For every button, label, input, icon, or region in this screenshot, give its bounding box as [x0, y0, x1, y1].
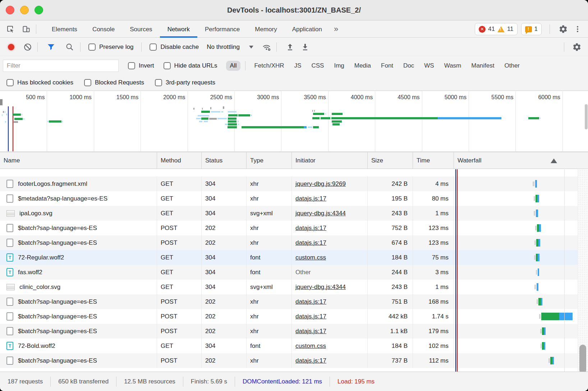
initiator-link[interactable]: datajs.js:17: [295, 313, 326, 320]
overview-bar: [204, 121, 208, 122]
disable-cache-checkbox[interactable]: [150, 43, 157, 51]
waterfall-bar: [541, 313, 559, 320]
column-header-status[interactable]: Status: [202, 152, 247, 169]
request-method: GET: [157, 265, 202, 280]
filter-type-font[interactable]: Font: [377, 61, 397, 71]
initiator-link[interactable]: custom.css: [295, 254, 326, 261]
overview-scrollbar-thumb[interactable]: [585, 104, 588, 129]
tab-application[interactable]: Application: [285, 21, 330, 38]
device-toolbar-icon[interactable]: [21, 24, 32, 34]
request-type: xhr: [247, 294, 292, 309]
console-errors-warnings-badge[interactable]: ✕ 41 11: [475, 23, 518, 35]
filter-type-wasm[interactable]: Wasm: [440, 61, 465, 71]
column-header-type[interactable]: Type: [247, 152, 292, 169]
table-row[interactable]: footerLogos.fragment.xmlGET304xhrjquery-…: [0, 176, 588, 191]
tab-network[interactable]: Network: [160, 21, 197, 38]
network-settings-gear-icon[interactable]: [571, 42, 582, 52]
table-row[interactable]: ipaLogo.svgGET304svg+xmljquery-dbg.js:43…: [0, 206, 588, 221]
table-row[interactable]: Tfas.woff2GET304fontOther244 B3 ms: [0, 265, 588, 280]
third-party-requests-checkbox[interactable]: [155, 79, 162, 86]
settings-gear-icon[interactable]: [558, 24, 569, 34]
initiator-link[interactable]: custom.css: [295, 342, 326, 349]
request-type: xhr: [247, 309, 292, 324]
column-header-waterfall[interactable]: Waterfall: [454, 152, 588, 169]
network-overview-timeline[interactable]: 500 ms1000 ms1500 ms2000 ms2500 ms3000 m…: [0, 91, 588, 152]
invert-checkbox[interactable]: [128, 62, 135, 69]
initiator-link[interactable]: datajs.js:17: [295, 298, 326, 305]
filter-type-media[interactable]: Media: [350, 61, 375, 71]
overview-bar: [238, 121, 239, 122]
table-row[interactable]: $batch?sap-language=es-ESPOST202xhrdataj…: [0, 294, 588, 309]
search-icon[interactable]: [64, 42, 75, 52]
column-header-name[interactable]: Name: [0, 152, 157, 169]
record-button[interactable]: [8, 44, 14, 50]
request-method: POST: [157, 235, 202, 250]
overview-handle[interactable]: [0, 99, 3, 105]
filter-type-js[interactable]: JS: [290, 61, 306, 71]
initiator-link[interactable]: jquery-dbg.js:4344: [295, 284, 346, 290]
initiator-link[interactable]: datajs.js:17: [295, 357, 326, 364]
overview-bar: [238, 114, 250, 116]
filter-input[interactable]: [3, 60, 119, 72]
table-row[interactable]: $batch?sap-language=es-ESPOST202xhrdataj…: [0, 353, 588, 368]
initiator-link[interactable]: datajs.js:17: [295, 195, 326, 202]
request-status: 304: [202, 265, 247, 280]
tab-console[interactable]: Console: [85, 21, 122, 38]
hide-data-urls-checkbox[interactable]: [164, 62, 171, 69]
filter-funnel-icon[interactable]: [46, 42, 56, 52]
tab-sources[interactable]: Sources: [122, 21, 160, 38]
column-header-method[interactable]: Method: [157, 152, 202, 169]
filter-type-all[interactable]: All: [226, 61, 241, 71]
table-row[interactable]: T72-Regular.woff2GET304fontcustom.css184…: [0, 250, 588, 265]
import-har-icon[interactable]: [285, 42, 295, 52]
tab-elements[interactable]: Elements: [44, 21, 85, 38]
table-row[interactable]: clinic_color.svgGET304svg+xmljquery-dbg.…: [0, 280, 588, 294]
request-type: xhr: [247, 235, 292, 250]
hide-data-urls-label: Hide data URLs: [174, 62, 217, 69]
initiator-link[interactable]: jquery-dbg.js:9269: [295, 180, 346, 187]
filter-type-other[interactable]: Other: [501, 61, 524, 71]
initiator-link[interactable]: datajs.js:17: [295, 225, 326, 231]
request-table-body: footerLogos.fragment.xmlGET304xhrjquery-…: [0, 169, 588, 372]
table-row[interactable]: $batch?sap-language=es-ESPOST202xhrdataj…: [0, 309, 588, 324]
filter-type-doc[interactable]: Doc: [399, 61, 418, 71]
kebab-menu-icon[interactable]: [572, 24, 583, 34]
preserve-log-checkbox[interactable]: [88, 43, 96, 51]
overview-tick-label: 4000 ms: [343, 94, 373, 101]
table-scrollbar-thumb[interactable]: [579, 345, 586, 372]
filter-type-manifest[interactable]: Manifest: [467, 61, 498, 71]
divider: [80, 42, 81, 52]
waterfall-cell: [454, 324, 588, 339]
divider: [564, 42, 564, 52]
requests-count: 187 requests: [0, 378, 50, 385]
filter-type-img[interactable]: Img: [330, 61, 348, 71]
issues-badge[interactable]: ! 1: [521, 23, 542, 35]
column-header-initiator[interactable]: Initiator: [292, 152, 368, 169]
blocked-requests-checkbox[interactable]: [84, 79, 91, 86]
table-row[interactable]: $metadata?sap-language=es-ESGET304xhrdat…: [0, 191, 588, 206]
initiator-link[interactable]: jquery-dbg.js:4344: [295, 210, 346, 217]
table-row[interactable]: $batch?sap-language=es-ESPOST202xhrdataj…: [0, 235, 588, 250]
table-row[interactable]: T72-Bold.woff2GET304fontcustom.css184 B1…: [0, 339, 588, 353]
export-har-icon[interactable]: [300, 42, 311, 52]
initiator-link[interactable]: datajs.js:17: [295, 239, 326, 246]
tab-memory[interactable]: Memory: [247, 21, 284, 38]
filter-type-fetch-xhr[interactable]: Fetch/XHR: [250, 61, 288, 71]
tab-performance[interactable]: Performance: [197, 21, 247, 38]
clear-log-icon[interactable]: [22, 42, 33, 52]
column-header-size[interactable]: Size: [368, 152, 413, 169]
column-header-label: Status: [205, 157, 222, 164]
more-tabs-button[interactable]: »: [330, 21, 343, 37]
inspect-element-icon[interactable]: [5, 24, 16, 34]
table-row[interactable]: $batch?sap-language=es-ESPOST202xhrdataj…: [0, 221, 588, 235]
throttling-select[interactable]: No throttling: [207, 43, 253, 51]
has-blocked-cookies-checkbox[interactable]: [6, 79, 14, 86]
column-header-time[interactable]: Time: [413, 152, 454, 169]
table-row[interactable]: $batch?sap-language=es-ESPOST202xhrdataj…: [0, 324, 588, 339]
initiator-link[interactable]: datajs.js:17: [295, 328, 326, 335]
network-conditions-icon[interactable]: [261, 42, 272, 52]
filter-type-css[interactable]: CSS: [307, 61, 328, 71]
request-size: 243 B: [368, 280, 413, 294]
network-options-bar: Has blocked cookies Blocked Requests 3rd…: [0, 74, 588, 91]
filter-type-ws[interactable]: WS: [420, 61, 438, 71]
